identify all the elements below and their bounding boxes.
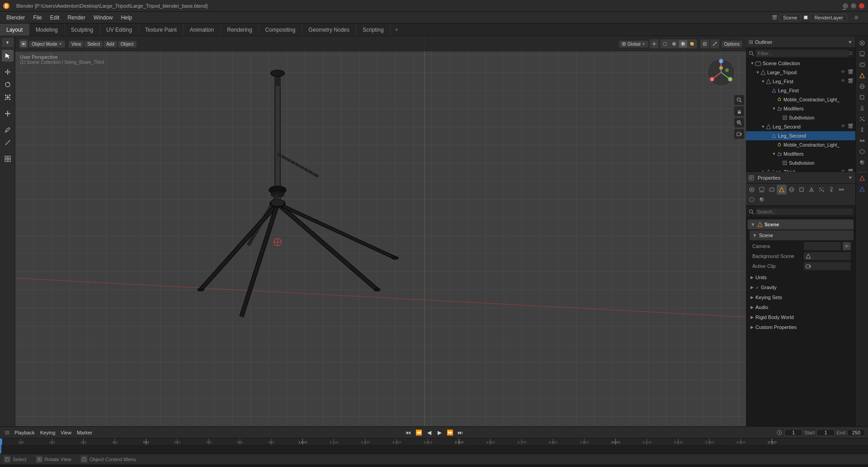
props-data-icon[interactable]: [747, 195, 757, 205]
vis-eye-icon[interactable]: 👁: [840, 69, 846, 76]
tab-rendering[interactable]: Rendering: [221, 24, 259, 36]
sidebar-view-layer-icon[interactable]: [857, 60, 867, 70]
timeline-editor-icon[interactable]: [3, 428, 12, 437]
tree-item-modifiers-1[interactable]: ▼ Modifiers: [746, 104, 855, 113]
camera-eye-icon[interactable]: 👁: [843, 242, 851, 250]
vis-eye-icon[interactable]: 👁: [840, 169, 846, 172]
play-reverse-btn[interactable]: ◀: [425, 428, 434, 437]
playback-menu[interactable]: Playback: [14, 430, 35, 435]
sidebar-constraints-icon[interactable]: [857, 136, 867, 146]
overlay-toggle[interactable]: [700, 39, 709, 48]
menu-window[interactable]: Window: [90, 14, 117, 22]
step-forward-btn[interactable]: ⏩: [445, 428, 454, 437]
global-dropdown[interactable]: Global ▼: [619, 41, 648, 48]
sidebar-physics-icon[interactable]: [857, 125, 867, 135]
mode-selector[interactable]: ▼: [2, 38, 14, 47]
outliner-filter-icon[interactable]: ▼: [848, 39, 853, 45]
props-scene-icon[interactable]: [777, 185, 787, 195]
menu-render[interactable]: Render: [64, 14, 89, 22]
props-output-icon[interactable]: [757, 185, 767, 195]
end-frame-input[interactable]: [847, 429, 865, 436]
tree-item-leg-second-col[interactable]: ▼ Leg_Second 👁 🎬: [746, 122, 855, 131]
tab-geometry-nodes[interactable]: Geometry Nodes: [302, 24, 356, 36]
props-view-layer-icon[interactable]: [767, 185, 777, 195]
tree-item-scene-collection[interactable]: ▼ Scene Collection: [746, 59, 855, 68]
props-material-icon[interactable]: [757, 195, 767, 205]
keying-menu[interactable]: Keying: [40, 430, 56, 435]
tab-add-btn[interactable]: +: [391, 25, 403, 35]
props-search-input[interactable]: [756, 209, 853, 215]
tool-transform[interactable]: [2, 108, 14, 119]
audio-header[interactable]: ▶ Audio: [748, 303, 854, 312]
viewport-3d[interactable]: Object Mode ▼ View Select Add Object Glo…: [15, 36, 746, 426]
vis-render-icon[interactable]: 🎬: [847, 69, 854, 76]
close-btn[interactable]: [859, 3, 864, 9]
vis-eye-icon[interactable]: 👁: [840, 124, 846, 130]
tree-item-leg-second-obj[interactable]: Leg_Second: [746, 131, 855, 140]
select-menu[interactable]: Select: [85, 41, 103, 48]
sidebar-material-icon[interactable]: [857, 157, 867, 167]
tree-item-leg-first-col[interactable]: ▼ Leg_First 👁 🎬: [746, 77, 855, 86]
tool-rotate[interactable]: [2, 79, 14, 91]
rendered-mode[interactable]: [688, 40, 696, 48]
zoom-icon[interactable]: [734, 118, 744, 128]
view-menu[interactable]: View: [69, 41, 84, 48]
jump-end-btn[interactable]: ⏭: [456, 428, 465, 437]
editor-type-btn[interactable]: [19, 39, 28, 48]
solid-mode[interactable]: [670, 40, 678, 48]
vis-render-icon[interactable]: 🎬: [847, 124, 854, 130]
tool-annotate[interactable]: [2, 124, 14, 136]
view-menu-timeline[interactable]: View: [61, 430, 71, 435]
object-menu[interactable]: Object: [118, 41, 137, 48]
snap-toggle[interactable]: [650, 39, 659, 48]
vis-eye-icon[interactable]: 👁: [840, 78, 846, 85]
vis-render-icon[interactable]: 🎬: [847, 169, 854, 172]
start-frame-input[interactable]: [816, 429, 835, 436]
tree-item-leg-third-col[interactable]: ▼ Leg_Third 👁 🎬: [746, 167, 855, 172]
sidebar-world-icon[interactable]: [857, 81, 867, 91]
rigid-body-world-header[interactable]: ▶ Rigid Body World: [748, 313, 854, 322]
camera-icon[interactable]: [734, 129, 744, 139]
wireframe-mode[interactable]: [661, 40, 669, 48]
props-particles-icon[interactable]: [816, 185, 826, 195]
props-object-icon[interactable]: [797, 185, 807, 195]
props-physics-icon[interactable]: [826, 185, 836, 195]
units-header[interactable]: ▶ Units: [748, 273, 854, 282]
background-scene-value[interactable]: [804, 252, 851, 260]
scene-inner-header[interactable]: ▼ Scene: [750, 230, 854, 240]
tool-add[interactable]: [2, 153, 14, 165]
tree-item-subdivision-2[interactable]: Subdivision: [746, 158, 855, 167]
gravity-header[interactable]: ▶ ✓ Gravity: [748, 283, 854, 292]
marker-menu[interactable]: Marker: [77, 430, 92, 435]
tab-scripting[interactable]: Scripting: [356, 24, 391, 36]
tab-animation[interactable]: Animation: [184, 24, 221, 36]
gizmo-toggle[interactable]: [710, 39, 719, 48]
add-menu[interactable]: Add: [104, 41, 117, 48]
menu-help[interactable]: Help: [117, 14, 136, 22]
vis-render-icon[interactable]: 🎬: [847, 78, 854, 85]
tool-select[interactable]: [2, 50, 14, 62]
menu-file[interactable]: File: [29, 14, 45, 22]
sidebar-particles-icon[interactable]: [857, 114, 867, 124]
outliner-search-input[interactable]: [756, 50, 849, 57]
jump-start-btn[interactable]: ⏮: [404, 428, 413, 437]
maximize-btn[interactable]: □: [851, 3, 856, 9]
tab-layout[interactable]: Layout: [0, 24, 29, 36]
sidebar-object-icon[interactable]: [857, 92, 867, 102]
outliner-filter-options[interactable]: ☰: [849, 51, 853, 56]
timeline-ruler[interactable]: 10 20 30 40 50 60 70 80 90 100: [0, 438, 868, 453]
render-layer-dropdown[interactable]: RenderLayer: [810, 14, 847, 21]
play-btn[interactable]: ▶: [435, 428, 444, 437]
search-viewport-icon[interactable]: [734, 95, 744, 105]
props-filter-icon[interactable]: ▼: [848, 175, 853, 180]
menu-edit[interactable]: Edit: [47, 14, 63, 22]
current-frame-input[interactable]: [784, 429, 802, 436]
sidebar-modifier-icon[interactable]: [857, 103, 867, 113]
workspace-icon[interactable]: ⊞: [852, 13, 861, 22]
tree-item-mobile-light-1[interactable]: Mobile_Constraction_Light_: [746, 95, 855, 104]
tab-texture-paint[interactable]: Texture Paint: [139, 24, 184, 36]
keying-sets-header[interactable]: ▶ Keying Sets: [748, 293, 854, 302]
props-constraints-icon[interactable]: [836, 185, 846, 195]
tool-move[interactable]: [2, 66, 14, 78]
tree-item-mobile-light-2[interactable]: Mobile_Constraction_Light_: [746, 140, 855, 149]
